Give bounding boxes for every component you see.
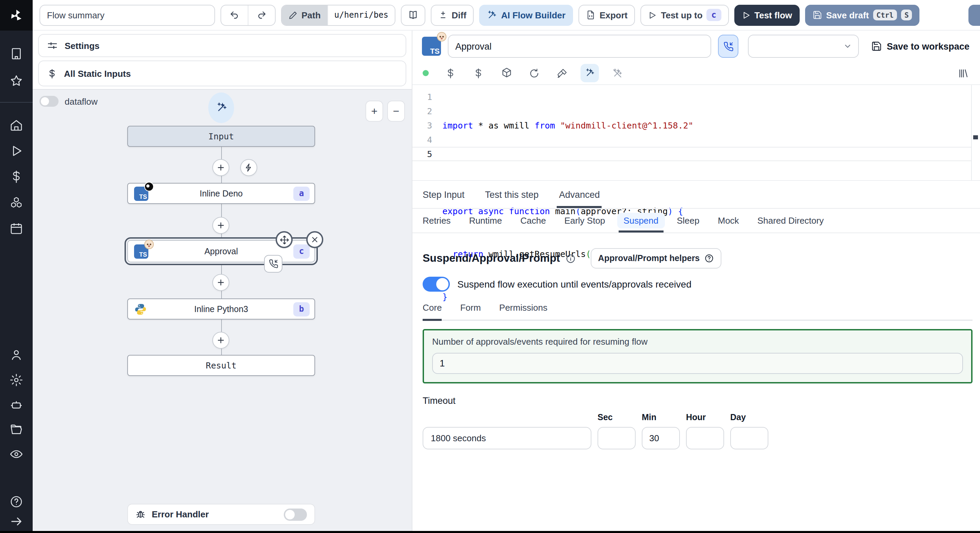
zoom-controls: + −: [366, 101, 405, 122]
help-icon[interactable]: [0, 495, 33, 509]
python-icon: [134, 303, 147, 316]
redo-button[interactable]: [248, 5, 275, 25]
settings-gear-icon[interactable]: [0, 373, 33, 387]
favorites-star-icon[interactable]: [0, 74, 33, 88]
flow-canvas[interactable]: dataflow + − Input TS: [33, 90, 412, 533]
undo-redo-group: [221, 5, 275, 25]
suspend-tab-core[interactable]: Core: [423, 298, 442, 321]
help-circle-icon: [705, 254, 714, 263]
edit-path-button[interactable]: Path: [282, 5, 327, 25]
package-icon[interactable]: [500, 67, 512, 79]
refresh-icon[interactable]: [528, 68, 540, 79]
approval-prompt-helpers-button[interactable]: Approval/Prompt helpers: [591, 248, 722, 268]
approvals-required-input[interactable]: [432, 353, 963, 374]
flow-summary-input[interactable]: [40, 5, 215, 25]
save-icon: [871, 41, 882, 52]
step-node-inline-python[interactable]: Inline Python3 b: [127, 298, 315, 319]
subtab-retries[interactable]: Retries: [423, 209, 450, 233]
error-handler-card[interactable]: Error Handler: [127, 504, 315, 525]
suspend-toggle-on[interactable]: [423, 277, 450, 292]
save-to-workspace-button[interactable]: Save to workspace: [871, 41, 969, 52]
variables-dollar-icon[interactable]: [0, 170, 33, 184]
step-tabs: Step Input Test this step Advanced: [412, 181, 980, 209]
tab-test-this-step[interactable]: Test this step: [485, 181, 539, 208]
editor-scroll-ruler[interactable]: [971, 85, 980, 180]
workers-robot-icon[interactable]: [0, 398, 33, 412]
export-button[interactable]: Export: [579, 5, 635, 25]
format-brush-icon[interactable]: [556, 68, 568, 79]
flow-settings-button[interactable]: Settings: [38, 34, 406, 57]
add-trigger-bolt-button[interactable]: [240, 159, 257, 176]
runs-play-icon[interactable]: [0, 144, 33, 158]
min-label: Min: [642, 412, 680, 422]
delete-step-button[interactable]: [306, 231, 323, 248]
test-flow-button[interactable]: Test flow: [734, 5, 800, 25]
hour-input[interactable]: [686, 427, 724, 449]
step-id-badge: a: [293, 186, 310, 201]
workspace-icon[interactable]: [0, 47, 33, 60]
home-icon[interactable]: [0, 118, 33, 132]
ai-wand-button[interactable]: [208, 92, 234, 123]
docs-book-button[interactable]: [401, 5, 425, 25]
suspend-toggle-label: Suspend flow execution until events/appr…: [457, 279, 692, 290]
test-up-to-button[interactable]: Test up to c: [640, 5, 729, 25]
app-sidebar: [0, 0, 33, 533]
suspend-phone-button[interactable]: [718, 35, 738, 58]
step-node-inline-deno[interactable]: TS Inline Deno a: [127, 183, 315, 204]
suspend-content: Suspend/Approval/Prompt Approval/Prompt …: [423, 233, 972, 449]
info-icon[interactable]: [566, 253, 576, 263]
windmill-logo[interactable]: [0, 0, 33, 30]
add-step-button[interactable]: [212, 274, 229, 291]
move-step-button[interactable]: [275, 231, 293, 248]
subtab-sleep[interactable]: Sleep: [677, 209, 700, 233]
ai-disabled-wand-off-icon[interactable]: [611, 68, 624, 79]
timeout-seconds-input[interactable]: [423, 427, 592, 449]
day-input[interactable]: [730, 427, 768, 449]
ai-flow-builder-button[interactable]: AI Flow Builder: [479, 5, 573, 25]
diff-button[interactable]: Diff: [430, 5, 474, 25]
tab-step-input[interactable]: Step Input: [423, 181, 465, 208]
add-step-button[interactable]: [212, 217, 229, 234]
undo-button[interactable]: [221, 5, 248, 25]
resources-cubes-icon[interactable]: [0, 196, 33, 209]
subtab-cache[interactable]: Cache: [520, 209, 546, 233]
deploy-button-partial[interactable]: [969, 5, 980, 26]
ai-assistant-wand-button[interactable]: [581, 64, 599, 82]
save-draft-button[interactable]: Save draft Ctrl S: [805, 5, 920, 25]
suspend-tab-permissions[interactable]: Permissions: [499, 298, 547, 319]
add-step-button[interactable]: [212, 159, 229, 176]
subtab-runtime[interactable]: Runtime: [469, 209, 502, 233]
subtab-mock[interactable]: Mock: [718, 209, 739, 233]
workspace-script-select[interactable]: [748, 35, 859, 58]
error-handler-toggle[interactable]: [284, 508, 307, 520]
sec-label: Sec: [598, 412, 636, 422]
step-typescript-icon: TS: [422, 37, 441, 56]
schedules-calendar-icon[interactable]: [0, 222, 33, 235]
step-name-input[interactable]: [448, 35, 711, 58]
suspend-tab-form[interactable]: Form: [460, 298, 481, 319]
min-input[interactable]: [642, 427, 680, 449]
input-node[interactable]: Input: [127, 126, 315, 147]
users-icon[interactable]: [0, 348, 33, 362]
variables-dollar-icon[interactable]: [472, 68, 485, 79]
approvals-required-box: Number of approvals/events required for …: [423, 329, 972, 384]
subtab-shared-directory[interactable]: Shared Directory: [757, 209, 824, 233]
subtab-early-stop[interactable]: Early Stop: [564, 209, 605, 233]
zoom-in-button[interactable]: +: [366, 101, 383, 122]
all-static-inputs-button[interactable]: All Static Inputs: [38, 60, 406, 86]
subtab-suspend[interactable]: Suspend: [624, 209, 659, 233]
folders-icon[interactable]: [0, 423, 33, 436]
code-editor[interactable]: 1 2 3 4 5 import * as wmill from "windmi…: [412, 84, 980, 181]
library-icon[interactable]: [958, 68, 969, 79]
suspend-phone-incoming-badge[interactable]: [264, 255, 282, 273]
audit-eye-icon[interactable]: [0, 447, 33, 461]
add-step-button[interactable]: [212, 332, 229, 349]
dataflow-toggle[interactable]: [40, 96, 59, 107]
sec-input[interactable]: [598, 427, 636, 449]
tab-advanced[interactable]: Advanced: [559, 181, 600, 208]
path-value[interactable]: u/henri/bes: [327, 5, 395, 25]
static-inputs-dollar-icon[interactable]: [444, 68, 457, 79]
result-node[interactable]: Result: [127, 355, 315, 376]
collapse-arrow-icon[interactable]: [0, 515, 33, 528]
zoom-out-button[interactable]: −: [387, 101, 405, 122]
